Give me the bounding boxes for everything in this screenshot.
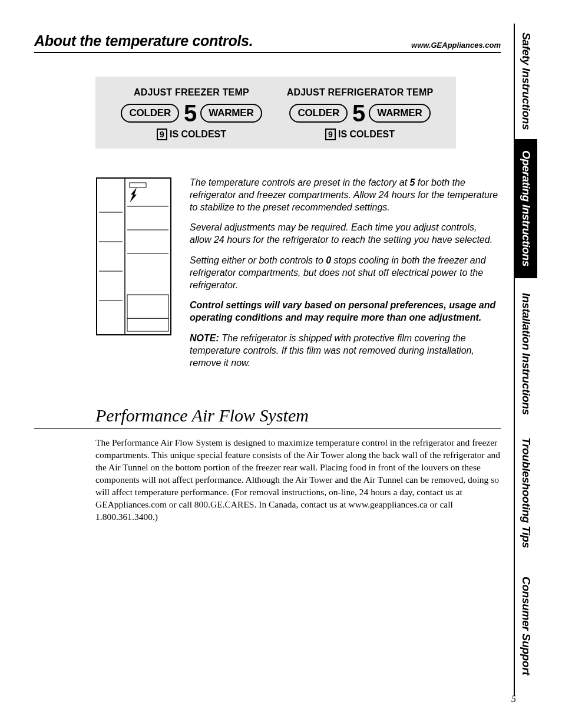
header-url: www.GEAppliances.com — [411, 41, 501, 50]
paragraph-preset: The temperature controls are preset in t… — [190, 177, 501, 213]
tab-troubleshooting[interactable]: Troubleshooting Tips — [515, 429, 537, 556]
tab-safety[interactable]: Safety Instructions — [515, 24, 537, 139]
page-header: About the temperature controls. www.GEAp… — [34, 32, 501, 53]
airflow-body: The Performance Air Flow System is desig… — [95, 437, 501, 523]
tab-installation[interactable]: Installation Instructions — [515, 278, 537, 429]
coldest-number: 9 — [325, 129, 336, 140]
refrigerator-coldest-note: 9 IS COLDEST — [276, 129, 444, 140]
airflow-title: Performance Air Flow System — [34, 406, 501, 429]
paragraph-adjustments: Several adjustments may be required. Eac… — [190, 222, 501, 246]
coldest-text: IS COLDEST — [338, 129, 395, 140]
freezer-warmer-button: WARMER — [200, 104, 262, 123]
refrigerator-value: 5 — [351, 101, 365, 125]
refrigerator-control: ADJUST REFRIGERATOR TEMP COLDER 5 WARMER… — [276, 87, 444, 140]
svg-rect-11 — [130, 183, 146, 187]
coldest-text: IS COLDEST — [170, 129, 226, 140]
freezer-value: 5 — [183, 101, 197, 125]
temperature-controls-panel: ADJUST FREEZER TEMP COLDER 5 WARMER 9 IS… — [95, 77, 456, 149]
paragraph-zero: Setting either or both controls to 0 sto… — [190, 255, 501, 291]
freezer-title: ADJUST FREEZER TEMP — [107, 87, 276, 98]
coldest-number: 9 — [157, 129, 167, 140]
svg-rect-0 — [97, 178, 171, 335]
body-text-column: The temperature controls are preset in t… — [190, 177, 501, 377]
paragraph-note: NOTE: The refrigerator is shipped with p… — [190, 332, 501, 369]
page-number: 5 — [511, 694, 516, 704]
refrigerator-warmer-button: WARMER — [369, 104, 430, 123]
airflow-section: Performance Air Flow System The Performa… — [95, 406, 501, 523]
page-title: About the temperature controls. — [34, 32, 253, 50]
refrigerator-title: ADJUST REFRIGERATOR TEMP — [276, 87, 444, 98]
refrigerator-colder-button: COLDER — [289, 104, 348, 123]
freezer-control: ADJUST FREEZER TEMP COLDER 5 WARMER 9 IS… — [107, 87, 276, 140]
paragraph-settings-vary: Control settings will vary based on pers… — [190, 299, 501, 324]
freezer-coldest-note: 9 IS COLDEST — [107, 129, 276, 140]
freezer-colder-button: COLDER — [121, 104, 179, 123]
tab-consumer-support[interactable]: Consumer Support — [515, 556, 537, 696]
tab-operating[interactable]: Operating Instructions — [515, 139, 537, 278]
side-tabs: Safety Instructions Operating Instructio… — [514, 24, 537, 696]
refrigerator-illustration — [95, 177, 172, 336]
